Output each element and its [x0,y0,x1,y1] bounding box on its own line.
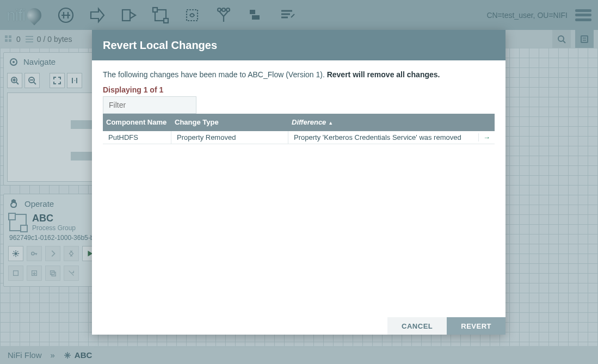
col-change-type[interactable]: Change Type [171,114,288,131]
dialog-title: Revert Local Changes [92,30,505,60]
filter-input[interactable] [103,96,196,114]
revert-button[interactable]: REVERT [447,317,505,335]
cell-difference: Property 'Kerberos Credentials Service' … [288,131,478,144]
table-row: PutHDFS Property Removed Property 'Kerbe… [103,131,495,144]
table-header: Component Name Change Type Difference▲ [103,114,495,131]
revert-local-changes-dialog: Revert Local Changes The following chang… [92,30,505,335]
dialog-message-bold: Revert will remove all changes. [327,70,440,79]
col-component-name[interactable]: Component Name [103,114,171,131]
cell-change-type: Property Removed [171,131,288,144]
dialog-message: The following changes have been made to … [103,70,495,79]
col-difference[interactable]: Difference▲ [288,114,495,131]
result-count: Displaying 1 of 1 [103,85,495,94]
dialog-message-text: The following changes have been made to … [103,70,327,79]
cell-component-name: PutHDFS [103,131,171,144]
dialog-footer: CANCEL REVERT [92,317,505,335]
goto-component-button[interactable]: → [478,133,495,141]
cancel-button[interactable]: CANCEL [387,317,447,335]
sort-asc-icon: ▲ [328,120,333,126]
